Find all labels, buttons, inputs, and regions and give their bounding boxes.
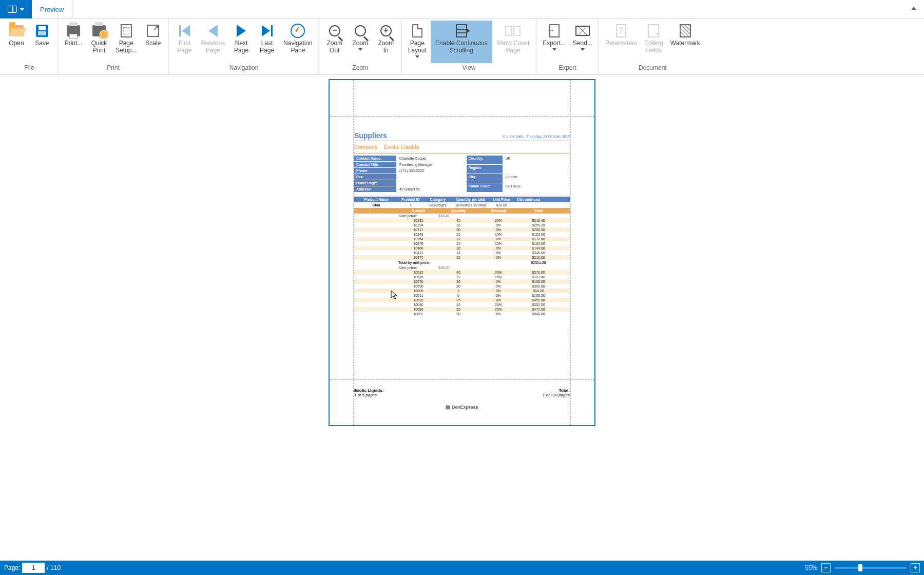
total-row: Total by unit price:$2311.20 bbox=[354, 260, 570, 265]
send-button[interactable]: Send... bbox=[570, 21, 595, 63]
page-setup-button[interactable]: Page Setup... bbox=[112, 21, 140, 63]
book-icon bbox=[8, 6, 17, 13]
zoom-slider-thumb[interactable] bbox=[858, 564, 862, 571]
scale-icon bbox=[147, 25, 159, 37]
statusbar: Page: / 110 55% − + bbox=[0, 561, 924, 575]
product-header: Product NameProduct IDCategoryQuantity p… bbox=[354, 197, 570, 202]
group-label-print: Print bbox=[61, 63, 165, 73]
mail-icon bbox=[575, 26, 590, 36]
zoom-in-button[interactable]: Zoom In bbox=[374, 21, 398, 63]
last-page-button[interactable]: Last Page bbox=[255, 21, 279, 63]
print-button[interactable]: Print... bbox=[61, 21, 86, 63]
last-page-icon bbox=[262, 25, 273, 36]
zoom-out-button[interactable]: Zoom Out bbox=[322, 21, 347, 63]
order-row: 10406100%$144.00 bbox=[354, 246, 570, 251]
watermark-icon bbox=[680, 24, 691, 37]
parameters-button: ?Parameters bbox=[602, 21, 640, 63]
group-label-export: Export bbox=[540, 63, 595, 73]
editing-fields-button: Editing Fields bbox=[641, 21, 666, 63]
zoom-percent: 55% bbox=[805, 564, 817, 571]
save-button[interactable]: Save bbox=[30, 21, 54, 63]
group-label-document: Document bbox=[602, 63, 703, 73]
zoom-controls: 55% − + bbox=[805, 563, 920, 572]
contact-info: Contact Name:Charlotte Cooper Contact Ti… bbox=[354, 156, 436, 193]
group-file: Open Save File bbox=[1, 18, 58, 74]
folder-open-icon bbox=[9, 25, 24, 36]
order-row: 10354120%$172.80 bbox=[354, 237, 570, 241]
next-page-button[interactable]: Next Page bbox=[229, 21, 254, 63]
company-row: Company Exotic Liquids bbox=[354, 143, 570, 154]
previous-page-button: Previous Page bbox=[198, 21, 228, 63]
save-icon bbox=[36, 25, 48, 37]
continuous-scrolling-button[interactable]: Enable Continuous Scrolling bbox=[431, 21, 492, 63]
order-row: 105224020%$576.00 bbox=[354, 270, 570, 275]
chevron-down-icon bbox=[552, 48, 556, 51]
compass-icon bbox=[291, 24, 305, 38]
order-row: 10590200%$360.00 bbox=[354, 284, 570, 289]
document-content: Current Date: Thursday, 18 October 2018 … bbox=[354, 131, 570, 399]
show-cover-page-button: Show Cover Page bbox=[493, 21, 533, 63]
navigation-pane-button[interactable]: Navigation Pane bbox=[280, 21, 316, 63]
group-label-zoom: Zoom bbox=[322, 63, 398, 73]
group-label-view: View bbox=[405, 63, 533, 73]
group-zoom: Zoom Out Zoom Zoom In Zoom bbox=[319, 18, 402, 74]
chevron-down-icon bbox=[581, 48, 585, 51]
next-page-icon bbox=[237, 25, 246, 37]
group-label-navigation: Navigation bbox=[172, 63, 315, 73]
margin-guide bbox=[570, 80, 571, 425]
order-row: 106461525%$202.50 bbox=[354, 302, 570, 307]
order-row: 10576100%$180.00 bbox=[354, 279, 570, 284]
product-row: Chai1Beverages10 boxes x 20 bags$18.00 bbox=[354, 202, 570, 208]
page-total: / 110 bbox=[47, 564, 61, 571]
quick-print-icon bbox=[92, 25, 106, 36]
zoom-slider[interactable] bbox=[835, 567, 907, 569]
page-number-input[interactable] bbox=[22, 563, 45, 573]
page-icon bbox=[412, 24, 422, 37]
chevron-down-icon bbox=[415, 55, 419, 58]
order-row: 10317200%$288.00 bbox=[354, 227, 570, 232]
page-setup-icon bbox=[121, 24, 132, 37]
collapse-ribbon-button[interactable] bbox=[910, 4, 918, 12]
order-row: 10413240%$345.60 bbox=[354, 251, 570, 255]
chevron-down-icon bbox=[20, 8, 24, 11]
unit-price-row: Unit price:$14.40 bbox=[354, 214, 570, 218]
order-row: 102854520%$518.40 bbox=[354, 218, 570, 223]
order-row: 103481515%$183.60 bbox=[354, 232, 570, 237]
parameters-icon: ? bbox=[616, 24, 626, 37]
tab-preview[interactable]: Preview bbox=[32, 0, 72, 18]
watermark-button[interactable]: Watermark bbox=[667, 21, 703, 63]
location-info: Country:UK Region: City:London Postal Co… bbox=[467, 156, 524, 193]
continuous-scroll-icon bbox=[456, 24, 467, 37]
group-export: Export... Send... Export bbox=[536, 18, 599, 74]
zoom-in-statusbar-button[interactable]: + bbox=[911, 563, 920, 572]
export-icon bbox=[549, 24, 560, 37]
open-button[interactable]: Open bbox=[4, 21, 29, 63]
zoom-button[interactable]: Zoom bbox=[348, 21, 373, 63]
quick-print-button[interactable]: Quick Print bbox=[87, 21, 111, 63]
titlebar: Preview bbox=[0, 0, 924, 18]
app-menu-button[interactable] bbox=[0, 0, 32, 18]
devexpress-logo: DevExpress bbox=[330, 405, 594, 410]
export-button[interactable]: Export... bbox=[540, 21, 569, 63]
order-row: 10526815%$122.40 bbox=[354, 275, 570, 279]
zoom-in-icon bbox=[380, 25, 392, 36]
report-date: Current Date: Thursday, 18 October 2018 bbox=[503, 135, 570, 138]
first-page-button: First Page bbox=[172, 21, 197, 63]
preview-area[interactable]: Current Date: Thursday, 18 October 2018 … bbox=[0, 75, 924, 561]
order-row: 103701515%$183.60 bbox=[354, 241, 570, 246]
page-label: Page: bbox=[4, 564, 20, 571]
scale-button[interactable]: Scale bbox=[141, 21, 165, 63]
report-page[interactable]: Current Date: Thursday, 18 October 2018 … bbox=[329, 79, 595, 426]
zoom-out-statusbar-button[interactable]: − bbox=[821, 563, 831, 572]
unit-price-row: Unit price:$18.00 bbox=[354, 265, 570, 270]
group-print: Print... Quick Print Page Setup... Scale… bbox=[58, 18, 169, 74]
zoom-out-icon bbox=[329, 25, 340, 36]
order-row: 10691300%$540.00 bbox=[354, 312, 570, 316]
chevron-down-icon bbox=[358, 48, 362, 51]
order-row: 1060930%$54.00 bbox=[354, 289, 570, 293]
group-view: Page Layout Enable Continuous Scrolling … bbox=[402, 18, 536, 74]
order-row: 1061160%$108.00 bbox=[354, 293, 570, 298]
order-row: 106893525%$472.50 bbox=[354, 307, 570, 312]
page-layout-button[interactable]: Page Layout bbox=[405, 21, 430, 63]
previous-page-icon bbox=[208, 25, 218, 37]
